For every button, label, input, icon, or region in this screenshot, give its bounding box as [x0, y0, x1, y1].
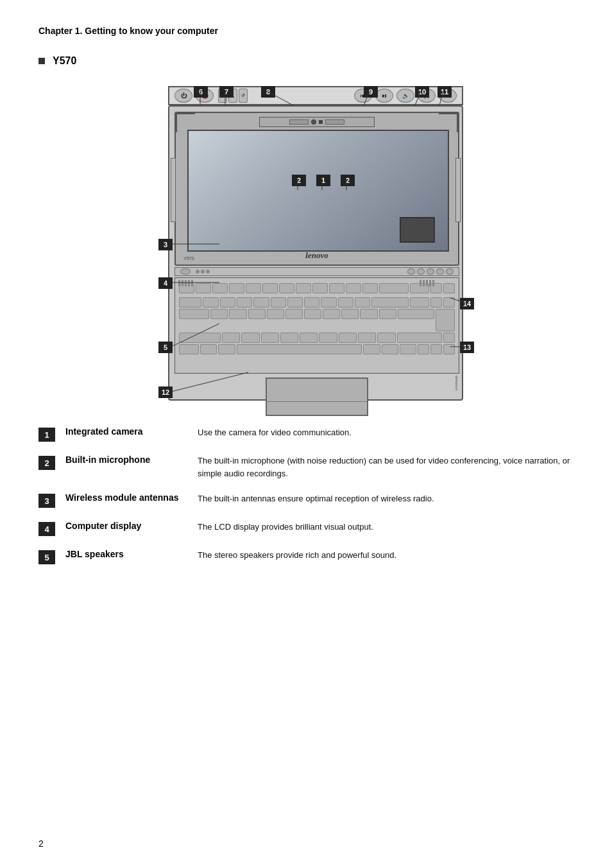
comp-name-1: Integrated camera	[65, 426, 187, 437]
badge-13: 13	[460, 342, 474, 353]
keyboard-area	[174, 277, 459, 374]
badge-5: 5	[158, 342, 173, 353]
chapter-title: Chapter 1. Getting to know your computer	[38, 26, 574, 36]
speaker-left	[176, 279, 214, 288]
comp-desc-4: The LCD display provides brilliant visua…	[198, 521, 574, 534]
laptop-body: lenovo Y570	[168, 105, 463, 401]
comp-desc-1: Use the camera for video communication.	[198, 426, 574, 439]
comp-num-3: 3	[38, 494, 55, 508]
badge-4: 4	[158, 277, 173, 289]
comp-name-3: Wireless module antennas	[65, 492, 187, 503]
datepool-label: datepool	[455, 376, 459, 390]
lenovo-logo: lenovo	[305, 250, 328, 261]
badge-14: 14	[460, 298, 474, 309]
badge-10: 10	[415, 86, 429, 98]
side-scroll-right	[455, 158, 461, 222]
comp-name-2: Built-in microphone	[65, 455, 187, 465]
side-scroll-left	[171, 158, 176, 222]
badge-9: 9	[364, 86, 378, 98]
component-row-5: 5 JBL speakers The stereo speakers provi…	[38, 542, 574, 571]
component-row-1: 1 Integrated camera Use the camera for v…	[38, 420, 574, 448]
model-label-diagram: Y570	[183, 256, 194, 261]
badge-1: 1	[316, 175, 330, 186]
comp-desc-2: The built-in microphone (with noise redu…	[198, 455, 574, 480]
page-number: 2	[38, 838, 44, 849]
speaker-right	[417, 279, 455, 288]
laptop-diagram: ⏻ 🔕 ▲ ▲ ↺ ⏮ ⏯ 🔊 🎵 ↩	[120, 80, 492, 401]
screen-lid: lenovo Y570	[174, 112, 459, 266]
component-row-3: 3 Wireless module antennas The built-in …	[38, 486, 574, 514]
comp-num-5: 5	[38, 550, 55, 564]
badge-8: 8	[261, 86, 275, 98]
components-list: 1 Integrated camera Use the camera for v…	[38, 420, 574, 571]
badge-7: 7	[219, 86, 234, 98]
model-bullet	[38, 58, 45, 64]
camera-bar	[259, 117, 375, 127]
comp-name-5: JBL speakers	[65, 549, 187, 559]
badge-6: 6	[194, 86, 208, 98]
badge-2b: 2	[341, 175, 355, 186]
touchpad	[266, 378, 368, 416]
badge-3: 3	[158, 239, 173, 250]
model-section: Y570	[38, 55, 574, 67]
comp-num-1: 1	[38, 428, 55, 442]
model-title: Y570	[53, 55, 76, 67]
badge-12: 12	[158, 386, 173, 398]
comp-name-4: Computer display	[65, 521, 187, 531]
laptop-screen	[187, 130, 449, 252]
screen-indicator-14	[400, 217, 435, 243]
comp-num-2: 2	[38, 456, 55, 470]
badge-2a: 2	[292, 175, 306, 186]
comp-desc-3: The built-in antennas ensure optimal rec…	[198, 492, 574, 505]
component-row-4: 4 Computer display The LCD display provi…	[38, 514, 574, 542]
component-row-2: 2 Built-in microphone The built-in micro…	[38, 448, 574, 486]
status-indicator-bar	[174, 267, 459, 276]
badge-11: 11	[438, 86, 452, 98]
comp-desc-5: The stereo speakers provide rich and pow…	[198, 549, 574, 562]
comp-num-4: 4	[38, 522, 55, 536]
